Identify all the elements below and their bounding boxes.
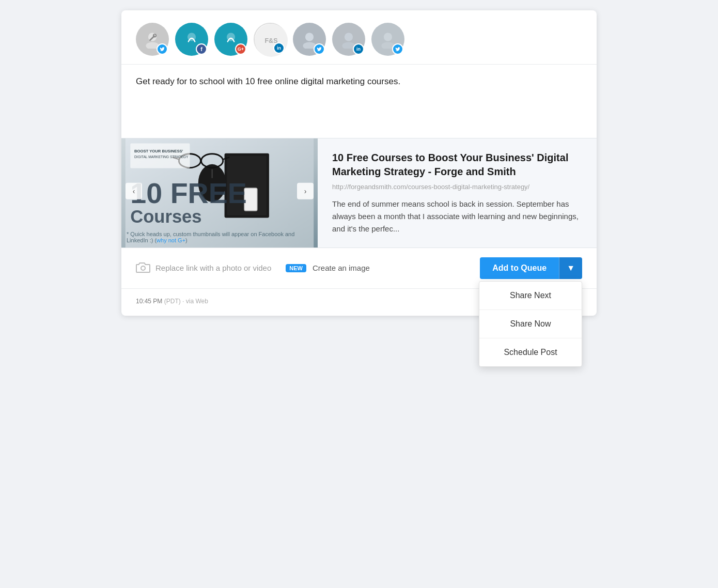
svg-text:Courses: Courses: [130, 207, 201, 226]
post-via: · via Web: [182, 298, 208, 305]
account-avatar-3[interactable]: G+: [214, 23, 247, 56]
twitter-badge-5: [314, 43, 325, 55]
camera-icon: [136, 261, 150, 275]
account-avatar-5[interactable]: [293, 23, 326, 56]
why-not-gplus-link[interactable]: why not G+: [157, 237, 185, 243]
linkedin-badge-6: in: [353, 43, 364, 55]
replace-photo-label: Replace link with a photo or video: [155, 264, 271, 272]
accounts-section: f G+ F&S: [121, 10, 597, 65]
replace-photo-button[interactable]: Replace link with a photo or video: [136, 261, 271, 275]
twitter-badge-1: [157, 43, 168, 55]
svg-point-10: [384, 33, 392, 41]
facebook-badge-2: f: [196, 43, 207, 55]
create-image-label: Create an image: [313, 264, 370, 272]
account-avatar-7[interactable]: [371, 23, 404, 56]
new-badge: NEW: [286, 264, 306, 272]
preview-thumbnail-note: * Quick heads up, custom thumbnails will…: [127, 231, 313, 243]
link-preview: BOOST YOUR BUSINESS' DIGITAL MARKETING S…: [121, 138, 597, 248]
preview-url: http://forgeandsmith.com/courses-boost-d…: [332, 183, 582, 191]
twitter-badge-7: [392, 43, 403, 55]
linkedin-badge-4: in: [273, 42, 285, 54]
add-to-queue-button[interactable]: Add to Queue: [480, 257, 559, 279]
message-text: Get ready for to school with 10 free onl…: [136, 75, 582, 88]
media-section: Replace link with a photo or video NEW C…: [121, 248, 597, 289]
add-to-queue-container: Add to Queue ▼ Share Next Share Now Sche…: [480, 257, 582, 279]
svg-text:BOOST YOUR BUSINESS': BOOST YOUR BUSINESS': [134, 148, 183, 153]
accounts-row: f G+ F&S: [136, 23, 582, 56]
account-avatar-4[interactable]: F&S in: [254, 23, 287, 56]
post-composer-card: f G+ F&S: [121, 10, 597, 316]
preview-title: 10 Free Courses to Boost Your Business' …: [332, 151, 582, 179]
preview-nav-left[interactable]: ‹: [126, 183, 142, 199]
account-avatar-2[interactable]: f: [175, 23, 208, 56]
share-now-item[interactable]: Share Now: [479, 310, 582, 338]
account-avatar-6[interactable]: in: [332, 23, 365, 56]
svg-point-8: [345, 33, 353, 41]
svg-point-6: [305, 33, 314, 41]
post-timezone: (PDT): [164, 298, 181, 305]
preview-image-container: BOOST YOUR BUSINESS' DIGITAL MARKETING S…: [121, 138, 318, 247]
add-to-queue-arrow-button[interactable]: ▼: [559, 257, 582, 279]
preview-description: The end of summer means school is back i…: [332, 198, 582, 235]
share-next-item[interactable]: Share Next: [479, 282, 582, 310]
create-image-section: NEW Create an image: [286, 264, 370, 272]
svg-text:10 FREE: 10 FREE: [130, 177, 247, 209]
preview-nav-right[interactable]: ›: [297, 183, 314, 199]
message-section: Get ready for to school with 10 free onl…: [121, 65, 597, 138]
add-to-queue-dropdown: Share Next Share Now Schedule Post: [479, 281, 582, 367]
google-badge-3: G+: [235, 43, 246, 55]
preview-content: 10 Free Courses to Boost Your Business' …: [318, 138, 597, 247]
svg-text:DIGITAL MARKETING STRATEGY: DIGITAL MARKETING STRATEGY: [134, 155, 189, 159]
svg-point-28: [141, 266, 145, 270]
schedule-post-item[interactable]: Schedule Post: [479, 338, 582, 366]
account-avatar-1[interactable]: [136, 23, 169, 56]
post-time: 10:45 PM: [136, 298, 162, 305]
post-meta: 10:45 PM (PDT) · via Web: [136, 298, 208, 305]
